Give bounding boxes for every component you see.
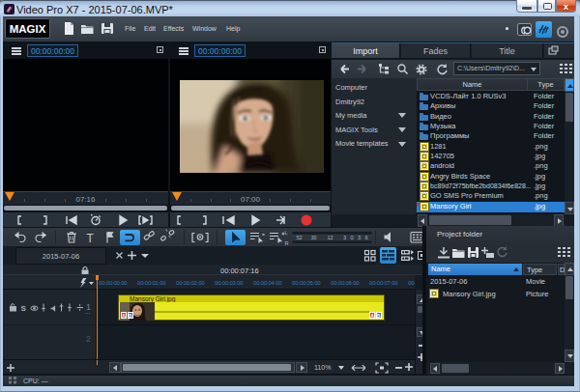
svg-text:3: 3 bbox=[343, 235, 346, 240]
svg-text:30: 30 bbox=[311, 235, 317, 240]
svg-text:6: 6 bbox=[365, 235, 368, 240]
svg-text:L: L bbox=[285, 230, 288, 236]
svg-text:T: T bbox=[87, 232, 95, 245]
svg-text:S: S bbox=[21, 304, 27, 313]
svg-text:3: 3 bbox=[358, 235, 361, 240]
svg-text:R: R bbox=[285, 240, 289, 246]
svg-text:52: 52 bbox=[297, 235, 303, 240]
svg-text:0: 0 bbox=[351, 235, 354, 240]
svg-text:12: 12 bbox=[328, 235, 334, 240]
